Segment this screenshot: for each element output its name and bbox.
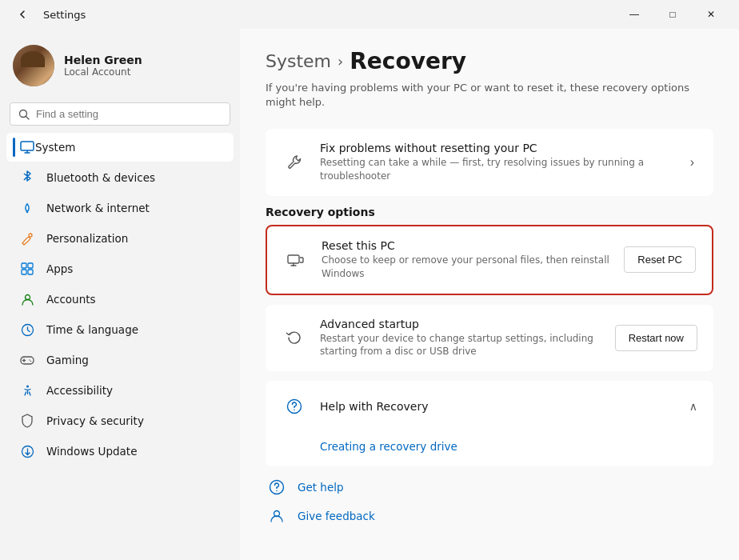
reset-card-title: Reset this PC: [322, 239, 611, 252]
search-box[interactable]: [10, 102, 230, 126]
sidebar-item-network[interactable]: Network & internet: [6, 194, 234, 222]
fix-card-chevron[interactable]: ›: [687, 152, 697, 173]
svg-line-1: [26, 116, 30, 119]
sidebar-item-accounts[interactable]: Accounts: [6, 285, 234, 314]
page-subtitle: If you're having problems with your PC o…: [266, 81, 713, 110]
sidebar-item-personalization[interactable]: Personalization: [6, 224, 234, 253]
update-icon: [19, 443, 35, 459]
sidebar-item-gaming[interactable]: Gaming: [6, 346, 234, 374]
brush-icon: [19, 230, 35, 246]
reset-card-desc: Choose to keep or remove your personal f…: [322, 254, 611, 281]
fix-problems-card[interactable]: Fix problems without resetting your PC R…: [266, 129, 713, 196]
content-area: System › Recovery If you're having probl…: [240, 29, 739, 560]
fix-card-title: Fix problems without resetting your PC: [320, 142, 674, 154]
svg-point-18: [26, 385, 29, 387]
feedback-icon: [266, 505, 288, 527]
monitor-icon: [19, 139, 35, 155]
reset-icon: [283, 247, 309, 273]
sidebar-label-personalization: Personalization: [46, 232, 128, 245]
sidebar-item-time[interactable]: Time & language: [6, 315, 234, 344]
active-indicator: [13, 138, 15, 157]
breadcrumb: System: [266, 51, 331, 71]
reset-pc-card: Reset this PC Choose to keep or remove y…: [266, 225, 713, 295]
recovery-drive-link[interactable]: Creating a recovery drive: [320, 440, 457, 453]
back-button[interactable]: [10, 2, 35, 27]
svg-rect-10: [28, 270, 33, 274]
svg-point-16: [29, 359, 30, 360]
maximize-button[interactable]: □: [654, 2, 691, 27]
sidebar-label-accessibility: Accessibility: [46, 384, 113, 397]
get-help-link[interactable]: Get help: [298, 481, 344, 494]
sidebar-label-system: System: [35, 141, 75, 154]
reset-pc-button[interactable]: Reset PC: [624, 246, 696, 273]
person-icon: [19, 291, 35, 307]
sidebar-item-apps[interactable]: Apps: [6, 254, 234, 283]
get-help-row: Get help: [266, 476, 713, 498]
chevron-up-icon: ∧: [689, 400, 697, 413]
page-header: System › Recovery: [266, 48, 713, 74]
sidebar-item-privacy[interactable]: Privacy & security: [6, 406, 234, 435]
svg-point-24: [294, 410, 295, 411]
advanced-card-title: Advanced startup: [320, 318, 602, 330]
controller-icon: [19, 352, 35, 368]
sidebar-label-apps: Apps: [46, 262, 73, 275]
help-section-title: Help with Recovery: [320, 400, 677, 413]
user-type: Local Account: [64, 66, 142, 78]
sidebar-label-windows-update: Windows Update: [46, 445, 137, 458]
clock-icon: [19, 322, 35, 338]
sidebar-item-accessibility[interactable]: Accessibility: [6, 376, 234, 405]
bottom-links: Get help Give feedback: [266, 476, 713, 527]
help-icon: [282, 394, 307, 419]
sidebar-label-accounts: Accounts: [46, 293, 96, 306]
page-title: Recovery: [350, 48, 466, 74]
give-feedback-row: Give feedback: [266, 505, 713, 527]
help-section-header[interactable]: Help with Recovery ∧: [266, 381, 713, 432]
sidebar-label-network: Network & internet: [46, 202, 150, 214]
svg-point-26: [276, 490, 278, 492]
close-button[interactable]: ✕: [693, 2, 729, 27]
advanced-startup-card: Advanced startup Restart your device to …: [266, 305, 713, 372]
sidebar: Helen Green Local Account System: [0, 29, 240, 560]
svg-point-17: [30, 361, 31, 362]
wrench-icon: [282, 150, 307, 175]
search-input[interactable]: [36, 108, 222, 120]
restart-icon: [282, 325, 307, 350]
shield-icon: [19, 413, 35, 429]
network-icon: [19, 200, 35, 216]
sidebar-label-bluetooth: Bluetooth & devices: [46, 171, 155, 184]
recovery-options-label: Recovery options: [266, 206, 713, 218]
user-name: Helen Green: [64, 54, 142, 66]
grid-icon: [19, 261, 35, 277]
sidebar-label-time: Time & language: [46, 323, 138, 336]
help-content: Creating a recovery drive: [266, 432, 713, 466]
sidebar-item-windows-update[interactable]: Windows Update: [6, 437, 234, 466]
svg-rect-9: [22, 270, 26, 274]
get-help-icon: [266, 476, 288, 498]
svg-point-11: [25, 294, 30, 299]
advanced-card-desc: Restart your device to change startup se…: [320, 332, 602, 359]
bluetooth-icon: [19, 170, 35, 186]
give-feedback-link[interactable]: Give feedback: [298, 510, 375, 522]
help-section: Help with Recovery ∧ Creating a recovery…: [266, 381, 713, 466]
svg-rect-20: [288, 255, 299, 263]
minimize-button[interactable]: —: [616, 2, 653, 27]
sidebar-label-privacy: Privacy & security: [46, 414, 144, 427]
title-bar: Settings — □ ✕: [0, 0, 739, 29]
restart-now-button[interactable]: Restart now: [615, 325, 697, 351]
svg-rect-7: [22, 263, 26, 268]
fix-card-desc: Resetting can take a while — first, try …: [320, 156, 674, 183]
user-section[interactable]: Helen Green Local Account: [0, 35, 240, 96]
svg-rect-2: [21, 142, 34, 150]
app-title: Settings: [43, 9, 86, 21]
svg-rect-8: [28, 263, 33, 268]
svg-point-5: [26, 211, 28, 213]
sidebar-item-bluetooth[interactable]: Bluetooth & devices: [6, 163, 234, 192]
avatar: [13, 45, 54, 86]
accessibility-icon: [19, 382, 35, 398]
separator: ›: [338, 53, 343, 70]
search-icon: [18, 109, 30, 120]
svg-point-6: [29, 234, 32, 237]
sidebar-item-system[interactable]: System: [6, 133, 234, 162]
sidebar-label-gaming: Gaming: [46, 354, 89, 366]
